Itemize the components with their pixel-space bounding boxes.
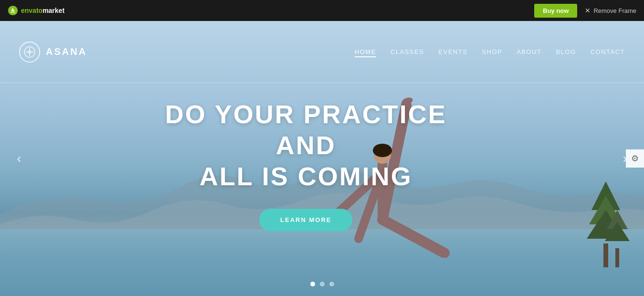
nav-link-classes[interactable]: CLASSES [391,46,424,57]
hero-title: DO YOUR PRACTICE AND ALL IS COMING [145,99,467,191]
nav-links-group: HOME CLASSES EVENTS SHOP ABOUT BLOG CONT… [355,46,625,57]
remove-frame-button[interactable]: ✕ Remove Frame [585,7,636,14]
svg-rect-1 [603,243,608,267]
slider-dot-3[interactable] [329,282,334,286]
gear-icon: ⚙ [631,153,639,164]
nav-link-shop[interactable]: SHOP [482,46,502,57]
site-name: ASANA [46,46,87,57]
close-icon: ✕ [585,7,591,14]
settings-button[interactable]: ⚙ [626,149,644,168]
slider-prev-button[interactable]: ‹ [10,149,29,168]
nav-link-home[interactable]: HOME [355,46,376,57]
top-bar: envatomarket Buy now ✕ Remove Frame [0,0,644,21]
buy-now-button[interactable]: Buy now [534,4,577,18]
top-bar-right: Buy now ✕ Remove Frame [534,4,636,18]
envato-brand-text: envatomarket [21,7,64,14]
nav-link-contact[interactable]: CONTACT [591,46,625,57]
logo-emblem-icon [23,46,36,58]
website-preview: ASANA HOME CLASSES EVENTS SHOP ABOUT BLO… [0,21,644,296]
logo-icon [19,42,40,63]
slider-dots [310,282,334,286]
nav-link-events[interactable]: EVENTS [438,46,467,57]
hero-content: DO YOUR PRACTICE AND ALL IS COMING LEARN… [145,99,467,231]
envato-logo: envatomarket [8,5,64,16]
envato-logo-icon [8,5,18,16]
site-logo: ASANA [19,42,87,63]
remove-frame-label: Remove Frame [593,7,636,14]
nav-link-blog[interactable]: BLOG [556,46,576,57]
slider-dot-2[interactable] [320,282,325,286]
nav-link-about[interactable]: ABOUT [517,46,541,57]
learn-more-button[interactable]: LEARN MORE [259,209,352,232]
svg-rect-5 [615,248,619,267]
slider-dot-1[interactable] [310,282,315,286]
main-nav: ASANA HOME CLASSES EVENTS SHOP ABOUT BLO… [0,21,644,83]
trees-decoration [577,172,634,267]
